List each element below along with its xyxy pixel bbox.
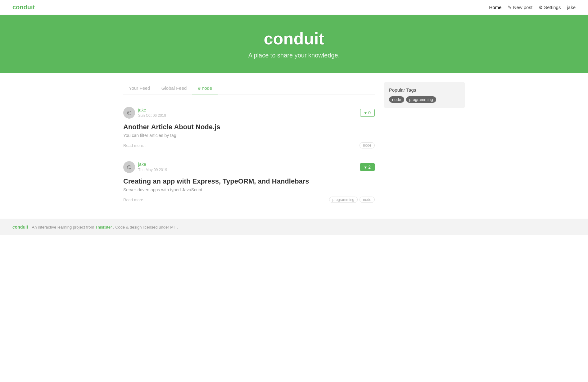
tag-badge-node[interactable]: node (389, 96, 404, 103)
author-info: jake Sun Oct 06 2019 (138, 107, 166, 118)
like-button[interactable]: ♥ 0 (360, 109, 375, 117)
popular-tags-box: Popular Tags node programming (384, 82, 465, 108)
like-count: 2 (368, 165, 371, 170)
footer: conduit An interactive learning project … (0, 219, 588, 235)
read-more-link[interactable]: Read more... (123, 198, 147, 202)
author-name[interactable]: jake (138, 162, 167, 167)
nav-settings[interactable]: ⚙ Settings (539, 5, 561, 10)
main-container: Your Feed Global Feed # node ☺ jake Sun … (117, 73, 471, 219)
heart-icon: ♥ (364, 165, 367, 170)
tag-pill[interactable]: node (360, 197, 375, 203)
tag-pill[interactable]: node (360, 142, 375, 148)
footer-thinkster-link[interactable]: Thinkster (95, 225, 112, 230)
tab-global-feed[interactable]: Global Feed (156, 82, 192, 94)
feed-section: Your Feed Global Feed # node ☺ jake Sun … (123, 82, 375, 209)
nav-links: Home ✎ New post ⚙ Settings jake (489, 5, 576, 10)
feed-tabs: Your Feed Global Feed # node (123, 82, 375, 94)
article-card: ☺ jake Thu May 09 2019 ♥ 2 Creating an a… (123, 155, 375, 209)
tags-list: node programming (389, 96, 460, 103)
navbar-brand[interactable]: conduit (12, 4, 35, 11)
edit-icon: ✎ (508, 5, 512, 10)
avatar: ☺ (123, 107, 135, 119)
article-meta-left: ☺ jake Thu May 09 2019 (123, 161, 167, 173)
popular-tags-title: Popular Tags (389, 87, 460, 93)
article-title: Creating an app with Express, TypeORM, a… (123, 177, 375, 185)
sidebar: Popular Tags node programming (384, 82, 465, 209)
article-tags: programming node (329, 197, 375, 203)
nav-user[interactable]: jake (567, 5, 576, 10)
article-card: ☺ jake Sun Oct 06 2019 ♥ 0 Another Artic… (123, 101, 375, 155)
author-name[interactable]: jake (138, 107, 166, 112)
gear-icon: ⚙ (539, 5, 543, 10)
article-date: Sun Oct 06 2019 (138, 113, 166, 118)
article-footer: Read more... programming node (123, 197, 375, 203)
heart-icon: ♥ (364, 111, 367, 115)
article-description: Server-driven apps with typed JavaScript (123, 187, 375, 192)
hero-subtitle: A place to share your knowledge. (6, 52, 582, 59)
hash-icon: # (198, 85, 202, 91)
nav-home[interactable]: Home (489, 5, 501, 10)
article-meta: ☺ jake Sun Oct 06 2019 ♥ 0 (123, 107, 375, 119)
tag-badge-programming[interactable]: programming (406, 96, 436, 103)
article-meta: ☺ jake Thu May 09 2019 ♥ 2 (123, 161, 375, 173)
tab-node[interactable]: # node (192, 82, 218, 94)
author-info: jake Thu May 09 2019 (138, 162, 167, 172)
hero-title: conduit (6, 29, 582, 48)
tab-your-feed[interactable]: Your Feed (123, 82, 156, 94)
article-meta-left: ☺ jake Sun Oct 06 2019 (123, 107, 166, 119)
footer-brand: conduit (12, 225, 28, 230)
avatar: ☺ (123, 161, 135, 173)
article-title: Another Article About Node.js (123, 123, 375, 131)
footer-text: An interactive learning project from Thi… (32, 225, 178, 230)
article-tags: node (360, 142, 375, 148)
hero-banner: conduit A place to share your knowledge. (0, 15, 588, 73)
navbar: conduit Home ✎ New post ⚙ Settings jake (0, 0, 588, 15)
like-button[interactable]: ♥ 2 (360, 163, 375, 171)
article-date: Thu May 09 2019 (138, 168, 167, 172)
article-footer: Read more... node (123, 142, 375, 148)
tag-pill[interactable]: programming (329, 197, 358, 203)
article-description: You can filter articles by tag! (123, 133, 375, 138)
like-count: 0 (368, 110, 371, 115)
nav-new-post[interactable]: ✎ New post (508, 5, 532, 10)
read-more-link[interactable]: Read more... (123, 143, 147, 148)
